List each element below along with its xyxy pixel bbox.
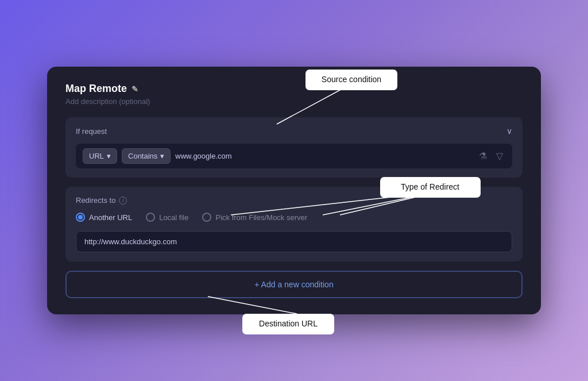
radio-another-url[interactable]: Another URL (76, 213, 132, 222)
url-condition-row: URL ▾ Contains ▾ ⚗ ▽ (76, 144, 512, 168)
info-icon: i (119, 197, 127, 205)
radio-mock-server[interactable]: Pick from Files/Mock server (202, 213, 307, 222)
svg-line-8 (208, 297, 297, 314)
url-value-input[interactable] (175, 152, 472, 160)
chevron-down-icon[interactable]: ∨ (506, 126, 512, 136)
redirect-type-group: Another URL Local file Pick from Files/M… (76, 213, 512, 222)
svg-text:Destination URL: Destination URL (259, 319, 318, 328)
redirects-label: Redirects to (76, 196, 115, 205)
section-header: If request ∨ (76, 126, 512, 136)
main-card: Map Remote ✎ Add description (optional) … (47, 67, 541, 314)
redirects-header: Redirects to i (76, 196, 512, 205)
radio-local-file[interactable]: Local file (146, 213, 188, 222)
edit-icon[interactable]: ✎ (131, 84, 138, 94)
redirects-section: Redirects to i Another URL Local file Pi… (65, 187, 523, 261)
contains-dropdown[interactable]: Contains ▾ (122, 148, 171, 164)
card-title-row: Map Remote ✎ (65, 83, 523, 95)
filter-icon[interactable]: ▽ (494, 151, 505, 161)
destination-url-input[interactable] (76, 231, 512, 252)
radio-circle-local-file (146, 213, 155, 222)
radio-label-local-file: Local file (159, 213, 188, 222)
radio-label-another-url: Another URL (89, 213, 132, 222)
card-subtitle: Add description (optional) (65, 97, 523, 106)
add-condition-button[interactable]: + Add a new condition (65, 271, 523, 298)
url-type-dropdown[interactable]: URL ▾ (83, 148, 117, 164)
if-request-section: If request ∨ URL ▾ Contains ▾ ⚗ ▽ (65, 117, 523, 178)
if-request-label: If request (76, 127, 107, 136)
flask-icon[interactable]: ⚗ (477, 151, 489, 161)
radio-circle-another-url (76, 213, 85, 222)
card-title: Map Remote (65, 83, 127, 95)
radio-circle-mock-server (202, 213, 211, 222)
svg-rect-9 (242, 314, 334, 334)
radio-label-mock-server: Pick from Files/Mock server (215, 213, 307, 222)
add-condition-label: + Add a new condition (254, 280, 333, 289)
